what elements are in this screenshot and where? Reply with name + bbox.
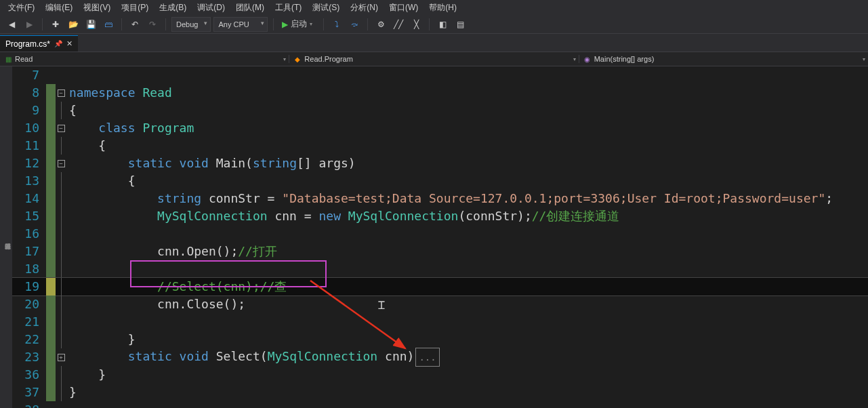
menu-item[interactable]: 帮助(H): [423, 1, 462, 15]
expand-icon[interactable]: +: [58, 354, 65, 361]
code-text[interactable]: class Program: [66, 119, 194, 137]
nav-fwd-button[interactable]: ▶: [22, 17, 37, 32]
menu-item[interactable]: 窗口(W): [384, 1, 423, 15]
menu-item[interactable]: 测试(S): [307, 1, 345, 15]
menu-item[interactable]: 生成(B): [154, 1, 192, 15]
code-line[interactable]: 9{: [12, 102, 868, 119]
change-marker: [46, 102, 56, 119]
code-line[interactable]: 12− static void Main(string[] args): [12, 155, 868, 172]
code-text[interactable]: }: [66, 384, 77, 401]
config-combo[interactable]: Debug: [171, 17, 211, 32]
nav-method-combo[interactable]: ◉ Main(string[] args) ▾: [579, 55, 868, 63]
fold-gutter[interactable]: +: [56, 348, 66, 366]
change-marker: [46, 66, 56, 84]
menu-item[interactable]: 视图(V): [78, 1, 116, 15]
menu-item[interactable]: 文件(F): [3, 1, 40, 15]
code-text[interactable]: [66, 313, 77, 331]
line-number: 11: [12, 137, 46, 155]
code-line[interactable]: 10− class Program: [12, 119, 868, 137]
code-text[interactable]: //Select(cnn);//查: [66, 278, 287, 295]
line-number: 18: [12, 260, 46, 278]
code-line[interactable]: 17 cnn.Open();//打开: [12, 243, 868, 260]
code-line[interactable]: 13 {: [12, 172, 868, 190]
code-line[interactable]: 38: [12, 401, 868, 408]
step-into-button[interactable]: ⤵: [329, 17, 344, 32]
tab-program-cs[interactable]: Program.cs* 📌 ✕: [0, 35, 78, 52]
code-line[interactable]: 20 cnn.Close();: [12, 295, 868, 313]
platform-combo[interactable]: Any CPU: [213, 17, 268, 32]
menu-item[interactable]: 调试(D): [192, 1, 230, 15]
bookmark-button[interactable]: ◧: [435, 17, 450, 32]
code-text[interactable]: MySqlConnection cnn = new MySqlConnectio…: [66, 207, 619, 225]
code-text[interactable]: [66, 401, 77, 408]
play-icon: ▶: [282, 20, 288, 29]
fold-gutter[interactable]: −: [56, 119, 66, 137]
code-text[interactable]: [66, 260, 77, 278]
collapse-icon[interactable]: −: [58, 160, 65, 167]
code-line[interactable]: 21: [12, 313, 868, 331]
fold-gutter: [56, 384, 66, 401]
menu-item[interactable]: 项目(P): [116, 1, 154, 15]
code-text[interactable]: }: [66, 366, 106, 384]
step-over-button[interactable]: ⤼: [347, 17, 362, 32]
document-tab-bar: Program.cs* 📌 ✕: [0, 34, 868, 52]
uncomment-button[interactable]: ╳: [409, 17, 423, 32]
find-button[interactable]: ⚙: [373, 17, 388, 32]
code-text[interactable]: [66, 225, 77, 243]
code-text[interactable]: static void Main(string[] args): [66, 155, 356, 172]
nav-class-combo[interactable]: ◆ Read.Program ▾: [289, 55, 579, 63]
close-icon[interactable]: ✕: [66, 39, 73, 48]
undo-button[interactable]: ↶: [127, 17, 142, 32]
code-line[interactable]: 7: [12, 66, 868, 84]
nav-back-button[interactable]: ◀: [4, 17, 19, 32]
code-text[interactable]: }: [66, 331, 136, 348]
new-project-button[interactable]: ✚: [48, 17, 63, 32]
open-file-button[interactable]: 📂: [66, 17, 81, 32]
code-text[interactable]: {: [66, 137, 106, 155]
code-text[interactable]: {: [66, 102, 77, 119]
save-all-button[interactable]: 🗃: [101, 17, 116, 32]
comment-button[interactable]: ╱╱: [391, 17, 406, 32]
code-line[interactable]: 8−namespace Read: [12, 84, 868, 102]
change-marker: [46, 348, 56, 366]
method-icon: ◉: [583, 55, 592, 63]
code-line[interactable]: 15 MySqlConnection cnn = new MySqlConnec…: [12, 207, 868, 225]
code-line[interactable]: 16: [12, 225, 868, 243]
redo-button[interactable]: ↷: [145, 17, 160, 32]
code-line[interactable]: 36 }: [12, 366, 868, 384]
tasklist-button[interactable]: ▤: [453, 17, 468, 32]
fold-gutter: [56, 207, 66, 225]
menu-item[interactable]: 工具(T): [270, 1, 307, 15]
code-line[interactable]: 18: [12, 260, 868, 278]
save-button[interactable]: 💾: [83, 17, 98, 32]
start-debug-button[interactable]: ▶ 启动 ▾: [279, 17, 318, 32]
code-text[interactable]: cnn.Close();: [66, 295, 245, 313]
collapse-icon[interactable]: −: [58, 89, 65, 97]
code-text[interactable]: {: [66, 172, 136, 190]
change-marker: [46, 295, 56, 313]
menu-item[interactable]: 团队(M): [230, 1, 270, 15]
code-text[interactable]: static void Select(MySqlConnection cnn).…: [66, 348, 440, 367]
code-text[interactable]: [66, 66, 77, 84]
code-line[interactable]: 22 }: [12, 331, 868, 348]
pin-icon[interactable]: 📌: [54, 40, 62, 47]
code-text[interactable]: namespace Read: [66, 84, 172, 102]
fold-gutter: [56, 401, 66, 408]
code-line[interactable]: 14 string connStr = "Database=test;Data …: [12, 190, 868, 207]
code-line[interactable]: 23+ static void Select(MySqlConnection c…: [12, 348, 868, 366]
nav-scope-combo[interactable]: ▦ Read ▾: [0, 55, 289, 63]
menu-item[interactable]: 分析(N): [345, 1, 384, 15]
menu-item[interactable]: 编辑(E): [40, 1, 78, 15]
code-line[interactable]: 37}: [12, 384, 868, 401]
fold-gutter[interactable]: −: [56, 155, 66, 172]
code-line[interactable]: 19 //Select(cnn);//查: [12, 278, 868, 295]
line-number: 8: [12, 84, 46, 102]
code-editor[interactable]: 7 8−namespace Read9{10− class Program11 …: [12, 66, 868, 408]
code-line[interactable]: 11 {: [12, 137, 868, 155]
code-text[interactable]: cnn.Open();//打开: [66, 243, 277, 260]
fold-gutter[interactable]: −: [56, 84, 66, 102]
change-marker: [46, 366, 56, 384]
collapse-icon[interactable]: −: [58, 125, 65, 132]
collapsed-ellipsis[interactable]: ...: [415, 348, 439, 367]
code-text[interactable]: string connStr = "Database=test;Data Sou…: [66, 190, 833, 207]
